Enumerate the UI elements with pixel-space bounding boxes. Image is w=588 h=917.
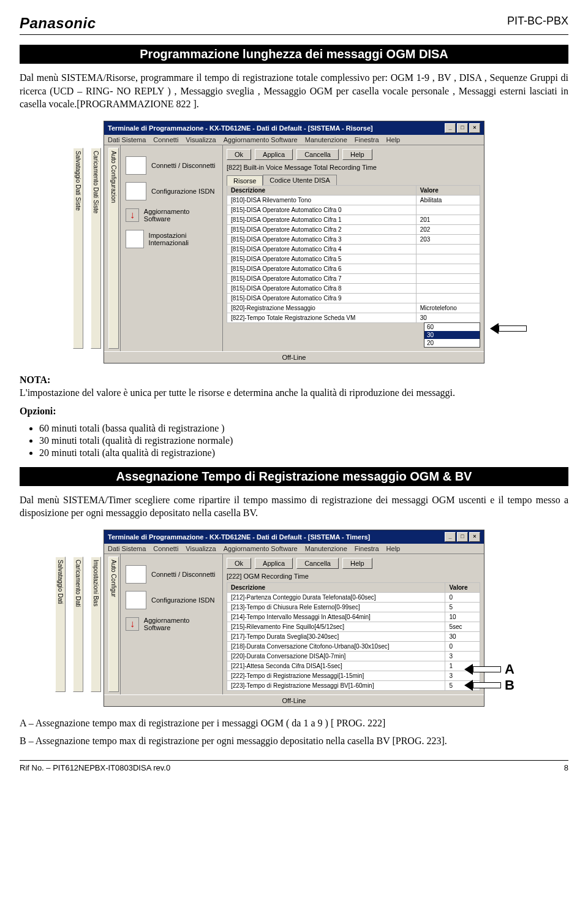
vertical-tab[interactable]: Auto Configurazion [108, 148, 119, 349]
tab-risorse[interactable]: Risorse [227, 175, 263, 186]
menubar: Dati Sistema Connetti Visualizza Aggiorn… [104, 544, 484, 554]
table-row[interactable]: [810]-DISA Rilevamento TonoAbilitata [227, 195, 480, 205]
menu-item[interactable]: Visualizza [186, 545, 216, 552]
ref-no: Rif No. – PIT612NEPBX-IT0803DISA rev.0 [20, 763, 170, 772]
callout-arrow [490, 322, 527, 335]
ok-button[interactable]: Ok [227, 558, 251, 569]
data-grid[interactable]: DescrizioneValore[212]-Partenza Conteggi… [227, 582, 480, 691]
table-row[interactable]: [212]-Partenza Conteggio Durata Telefona… [227, 592, 480, 602]
table-row[interactable]: [815]-DISA Operatore Automatico Cifra 0 [227, 205, 480, 215]
table-row[interactable]: [221]-Attesa Seconda Cifra DISA[1-5sec]1 [227, 661, 480, 671]
vertical-tab[interactable]: Caricamento Dati [73, 557, 83, 692]
menu-item[interactable]: Help [386, 136, 401, 143]
ok-button[interactable]: Ok [227, 149, 251, 160]
globe-icon [126, 230, 144, 248]
window-titlebar: Terminale di Programmazione - KX-TD612NE… [104, 530, 484, 544]
nota: NOTA:L'impostazione del valore è unica p… [20, 373, 568, 400]
opzioni-label: Opzioni: [20, 405, 568, 418]
page-number: 8 [564, 763, 568, 772]
cancel-button[interactable]: Cancella [296, 149, 339, 160]
maximize-button[interactable]: □ [457, 532, 468, 542]
vertical-tab[interactable]: Auto Configur [108, 557, 119, 692]
section-title-1: Programmazione lunghezza dei messaggi OG… [20, 45, 568, 64]
section-title-2: Assegnazione Tempo di Registrazione mess… [20, 467, 568, 486]
table-row[interactable]: [815]-DISA Operatore Automatico Cifra 9 [227, 293, 480, 303]
table-row[interactable]: [822]-Tempo Totale Registrazione Scheda … [227, 313, 480, 322]
section2-intro: Dal menù SISTEMA/Timer scegliere come ri… [20, 493, 568, 520]
page-footer: Rif No. – PIT612NEPBX-IT0803DISA rev.0 8 [20, 760, 568, 772]
list-item: 30 minuti totali (qualità di registrazio… [39, 435, 568, 446]
table-row[interactable]: [815]-DISA Operatore Automatico Cifra 6 [227, 264, 480, 273]
menubar: Dati Sistema Connetti Visualizza Aggiorn… [104, 135, 484, 145]
menu-item[interactable]: Manutenzione [305, 545, 347, 552]
window-title: Terminale di Programmazione - KX-TD612NE… [108, 124, 373, 132]
table-row[interactable]: [222]-Tempo di Registrazione Messaggi[1-… [227, 671, 480, 680]
vertical-tab[interactable]: Salvataggio Dati Siste [73, 148, 83, 349]
sidebar-item[interactable]: ↓Aggiornamento Software [126, 617, 217, 631]
minimize-button[interactable]: _ [445, 532, 456, 542]
table-row[interactable]: [217]-Tempo Durata Sveglia[30-240sec]30 [227, 631, 480, 641]
menu-item[interactable]: Manutenzione [305, 136, 347, 143]
close-button[interactable]: × [469, 532, 480, 542]
section1-intro: Dal menù SISTEMA/Risorse, programmare il… [20, 71, 568, 111]
help-button[interactable]: Help [342, 558, 372, 569]
table-row[interactable]: [215]-Rilevamento Fine Squillo[4/5/12sec… [227, 622, 480, 631]
status-bar: Off-Line [104, 694, 484, 706]
menu-item[interactable]: Connetti [153, 545, 178, 552]
callout-b: B [464, 677, 514, 693]
table-row[interactable]: [815]-DISA Operatore Automatico Cifra 12… [227, 215, 480, 224]
note-b: B – Assegnazione tempo max di registrazi… [20, 734, 568, 748]
vertical-tab[interactable]: Salvataggio Dati [55, 557, 66, 692]
sidebar-item[interactable]: Configurazione ISDN [126, 591, 217, 609]
menu-item[interactable]: Aggiornamento Software [224, 136, 298, 143]
apply-button[interactable]: Applica [255, 149, 293, 160]
table-row[interactable]: [815]-DISA Operatore Automatico Cifra 4 [227, 244, 480, 254]
vertical-tab[interactable]: Caricamento Dati Siste [91, 148, 101, 349]
maximize-button[interactable]: □ [457, 123, 468, 133]
page-header: Panasonic PIT-BC-PBX [20, 15, 568, 35]
opzioni-list: 60 minuti totali (bassa qualità di regis… [39, 423, 568, 458]
table-row[interactable]: [223]-Tempo di Registrazione Messaggi BV… [227, 680, 480, 690]
screenshot-1: Terminale di Programmazione - KX-TD612NE… [104, 121, 484, 363]
sidebar-item[interactable]: Impostazioni Internazionali [126, 230, 217, 248]
data-grid[interactable]: DescrizioneValore[810]-DISA Rilevamento … [227, 185, 480, 323]
menu-item[interactable]: Help [386, 545, 401, 552]
menu-item[interactable]: Aggiornamento Software [224, 545, 298, 552]
sidebar-item[interactable]: ↓Aggiornamento Software [126, 208, 217, 223]
table-row[interactable]: [815]-DISA Operatore Automatico Cifra 5 [227, 254, 480, 264]
help-button[interactable]: Help [342, 149, 372, 160]
menu-item[interactable]: Finestra [355, 545, 379, 552]
doc-code: PIT-BC-PBX [507, 15, 568, 32]
table-row[interactable]: [218]-Durata Conversazione Citofono-Urba… [227, 641, 480, 651]
window-controls: _ □ × [445, 532, 480, 542]
table-row[interactable]: [213]-Tempo di Chiusura Rele Esterno[0-9… [227, 602, 480, 612]
table-row[interactable]: [815]-DISA Operatore Automatico Cifra 32… [227, 234, 480, 244]
connect-icon [126, 156, 146, 175]
field-label: [222] OGM Recording Time [227, 573, 480, 580]
isdn-icon [126, 591, 146, 609]
sidebar-item[interactable]: Configurazione ISDN [126, 182, 217, 200]
close-button[interactable]: × [469, 123, 480, 133]
table-row[interactable]: [214]-Tempo Intervallo Messaggi In Attes… [227, 612, 480, 622]
tab-codice[interactable]: Codice Utente DISA [263, 175, 336, 185]
toolbar: Ok Applica Cancella Help [227, 149, 480, 160]
apply-button[interactable]: Applica [255, 558, 293, 569]
menu-item[interactable]: Connetti [153, 136, 178, 143]
brand: Panasonic [20, 15, 96, 32]
sidebar-item[interactable]: Connetti / Disconnetti [126, 565, 217, 584]
table-row[interactable]: [815]-DISA Operatore Automatico Cifra 7 [227, 273, 480, 283]
vertical-tab[interactable]: Impostazioni Bas [91, 557, 101, 692]
menu-item[interactable]: Dati Sistema [108, 545, 146, 552]
cancel-button[interactable]: Cancella [296, 558, 339, 569]
menu-item[interactable]: Visualizza [186, 136, 216, 143]
download-icon: ↓ [126, 617, 139, 631]
dropdown-options[interactable]: 60 30 20 [424, 322, 480, 348]
minimize-button[interactable]: _ [445, 123, 456, 133]
menu-item[interactable]: Finestra [355, 136, 379, 143]
sidebar-item[interactable]: Connetti / Disconnetti [126, 156, 217, 175]
table-row[interactable]: [815]-DISA Operatore Automatico Cifra 22… [227, 224, 480, 234]
table-row[interactable]: [815]-DISA Operatore Automatico Cifra 8 [227, 283, 480, 293]
table-row[interactable]: [220]-Durata Conversazione DISA[0-7min]3 [227, 651, 480, 661]
table-row[interactable]: [820]-Registrazione MessaggioMicrotelefo… [227, 303, 480, 313]
menu-item[interactable]: Dati Sistema [108, 136, 146, 143]
